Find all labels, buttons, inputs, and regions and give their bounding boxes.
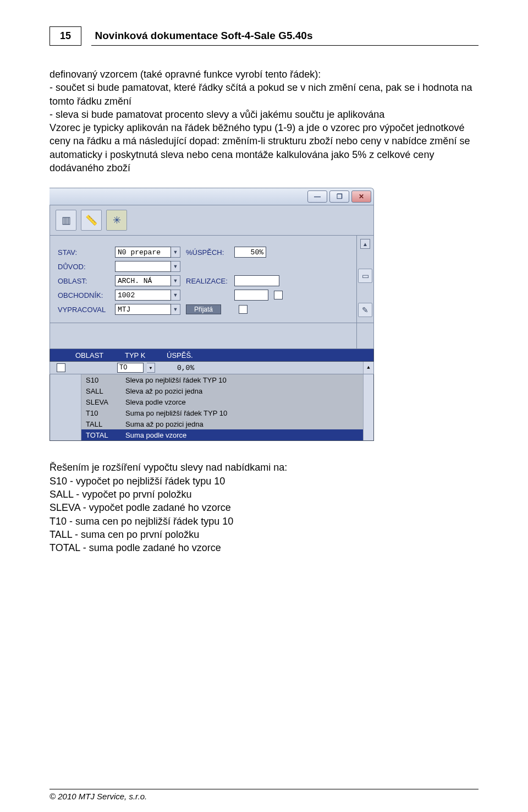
row-stav: STAV: N0 prepare ▼ %ÚSPĚCH: 50% [58, 247, 349, 258]
row-obchodnik: OBCHODNÍK: 1002 ▼ [58, 290, 349, 301]
scroll-up-icon[interactable]: ▲ [363, 362, 373, 374]
page-footer: © 2010 MTJ Service, s.r.o. [50, 789, 479, 801]
field-vypracoval[interactable]: MTJ [115, 304, 171, 315]
label-stav: STAV: [58, 248, 115, 257]
document-title: Novinková dokumentace Soft-4-Sale G5.40s [95, 26, 312, 42]
label-realizace: REALIZACE: [186, 277, 234, 285]
chevron-down-icon[interactable]: ▼ [171, 290, 180, 301]
list-header: OBLAST TYP K ÚSPĚŠ. [50, 349, 374, 362]
chevron-down-icon[interactable]: ▼ [171, 275, 180, 286]
minimize-button[interactable]: — [307, 190, 327, 203]
row-duvod: DŮVOD: ▼ [58, 261, 349, 272]
pencil-icon[interactable]: ✎ [358, 303, 372, 317]
list-first-row: TO ▼ 0,0% ▲ [50, 362, 374, 374]
label-oblast: OBLAST: [58, 277, 115, 285]
burst-icon[interactable]: ✳ [106, 210, 127, 231]
prijata-button[interactable]: Přijatá [186, 304, 221, 314]
field-realizace[interactable] [234, 275, 279, 286]
app-screenshot: — ❐ ✕ ▥ 📏 ✳ STAV: N0 prepare ▼ %ÚSPĚCH: … [50, 188, 374, 441]
page-number: 15 [50, 26, 81, 46]
panel-icon[interactable]: ▥ [56, 210, 76, 231]
paragraph-2: Řešením je rozšíření vypočtu slevy nad n… [50, 461, 479, 554]
field-typk[interactable]: TO [117, 363, 144, 373]
right-rail: ▲ ▭ ✎ [357, 236, 374, 323]
row-vypracoval: VYPRACOVAL MTJ ▼ Přijatá [58, 304, 349, 315]
ruler-icon[interactable]: 📏 [81, 210, 102, 231]
note-icon[interactable]: ▭ [358, 269, 372, 283]
scroll-up-icon[interactable]: ▲ [360, 239, 370, 249]
header-rule [91, 45, 479, 46]
paragraph-1: definovaný vzorcem (také opravné funkce … [50, 68, 479, 175]
value-uspes: 0,0% [177, 364, 194, 372]
field-obchodnik[interactable]: 1002 [115, 290, 171, 301]
close-button[interactable]: ✕ [351, 190, 371, 203]
checkbox-1[interactable] [274, 291, 283, 299]
field-oblast[interactable]: ARCH. NÁ [115, 275, 171, 286]
label-obchodnik: OBCHODNÍK: [58, 291, 115, 299]
row-oblast: OBLAST: ARCH. NÁ ▼ REALIZACE: [58, 275, 349, 286]
field-duvod[interactable] [115, 261, 171, 272]
list-item[interactable]: TALLSuma až po pozici jedna [50, 418, 373, 429]
list-item[interactable]: SLEVASleva podle vzorce [50, 396, 373, 407]
chevron-down-icon[interactable]: ▼ [171, 304, 180, 315]
page-header: 15 Novinková dokumentace Soft-4-Sale G5.… [50, 26, 479, 46]
label-vypracoval: VYPRACOVAL [58, 306, 115, 314]
list-item-selected[interactable]: TOTALSuma podle vzorce [50, 429, 373, 440]
dropdown-list: S10Sleva po nejbližší řádek TYP 10 SALLS… [50, 374, 374, 441]
maximize-button[interactable]: ❐ [329, 190, 349, 203]
list-item[interactable]: SALLSleva až po pozici jedna [50, 385, 373, 396]
chevron-down-icon[interactable]: ▼ [171, 261, 180, 272]
label-duvod: DŮVOD: [58, 263, 115, 271]
panel-gap [50, 323, 374, 349]
col-uspes: ÚSPĚŠ. [167, 351, 364, 359]
label-uspech: %ÚSPĚCH: [186, 248, 234, 257]
chevron-down-icon[interactable]: ▼ [171, 247, 180, 258]
field-stav[interactable]: N0 prepare [115, 247, 171, 258]
col-typk: TYP K [125, 351, 167, 359]
field-uspech[interactable]: 50% [234, 247, 266, 258]
field-extra1[interactable] [234, 290, 268, 301]
checkbox-2[interactable] [239, 305, 248, 314]
col-oblast: OBLAST [72, 351, 125, 359]
form-panel: STAV: N0 prepare ▼ %ÚSPĚCH: 50% DŮVOD: ▼… [50, 236, 357, 323]
window-titlebar: — ❐ ✕ [50, 188, 374, 205]
list-item[interactable]: S10Sleva po nejbližší řádek TYP 10 [50, 374, 373, 385]
list-item[interactable]: T10Suma po nejbližší řádek TYP 10 [50, 407, 373, 418]
chevron-down-icon[interactable]: ▼ [147, 363, 155, 373]
toolbar: ▥ 📏 ✳ [50, 205, 374, 236]
row-checkbox[interactable] [57, 363, 65, 372]
